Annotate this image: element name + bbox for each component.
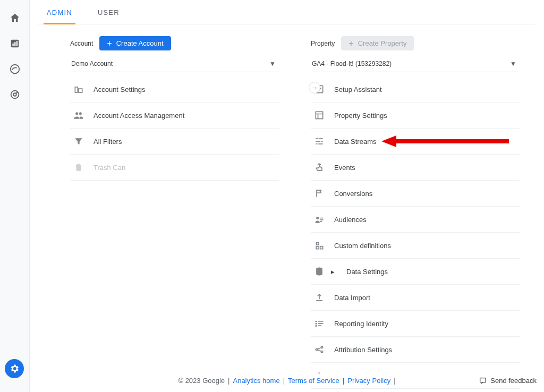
item-label: Account Settings: [94, 86, 146, 93]
svg-rect-10: [316, 112, 322, 118]
item-label: Custom definitions: [334, 242, 391, 250]
identity-icon: [314, 318, 325, 329]
property-column: Property + Create Property GA4 - Flood-I…: [311, 36, 520, 389]
audiences-item[interactable]: Audiences: [311, 207, 520, 233]
reporting-identity-item[interactable]: Reporting Identity: [311, 311, 520, 337]
admin-gear-button[interactable]: [5, 359, 24, 378]
svg-rect-12: [319, 138, 323, 139]
tab-user[interactable]: USER: [95, 0, 123, 24]
caret-down-icon: ▼: [269, 60, 276, 67]
shapes-icon: [314, 240, 325, 251]
feedback-icon: [479, 377, 487, 385]
account-heading: Account: [70, 40, 93, 47]
column-collapse-handle[interactable]: →: [309, 82, 320, 93]
left-nav: [0, 0, 30, 392]
attribution-settings-item[interactable]: Attribution Settings: [311, 337, 520, 363]
svg-point-4: [10, 65, 19, 74]
svg-rect-2: [14, 42, 15, 46]
custom-definitions-item[interactable]: Custom definitions: [311, 233, 520, 259]
item-label: Events: [334, 164, 355, 172]
item-label: All Filters: [94, 138, 122, 146]
filter-icon: [73, 136, 84, 147]
conversions-item[interactable]: Conversions: [311, 181, 520, 207]
explore-icon[interactable]: [8, 63, 21, 75]
svg-point-8: [79, 112, 82, 115]
create-account-button[interactable]: + Create Account: [99, 36, 171, 50]
tab-admin[interactable]: ADMIN: [44, 0, 75, 24]
arrow-right-icon: →: [311, 84, 318, 91]
svg-rect-24: [316, 325, 317, 327]
caret-down-icon: ▼: [510, 60, 516, 67]
svg-rect-11: [316, 138, 318, 139]
account-access-item[interactable]: Account Access Management: [70, 103, 279, 129]
touch-icon: [314, 162, 325, 173]
setup-assistant-item[interactable]: Setup Assistant: [311, 76, 520, 103]
account-selector[interactable]: Demo Account ▼: [70, 58, 279, 72]
svg-rect-27: [318, 325, 322, 326]
database-icon: [314, 266, 325, 277]
svg-rect-3: [16, 41, 17, 46]
reports-icon[interactable]: [8, 37, 21, 50]
svg-rect-25: [318, 321, 324, 322]
account-selected: Demo Account: [71, 60, 113, 67]
trash-icon: [73, 162, 84, 173]
privacy-link[interactable]: Privacy Policy: [347, 377, 390, 385]
svg-rect-15: [316, 143, 317, 144]
create-account-label: Create Account: [116, 39, 164, 47]
svg-rect-22: [316, 321, 317, 322]
item-label: Data Import: [334, 294, 370, 302]
tab-bar: ADMIN USER: [38, 0, 536, 24]
item-label: Property Settings: [334, 112, 387, 120]
data-import-item[interactable]: Data Import: [311, 285, 520, 311]
property-selector[interactable]: GA4 - Flood-It! (153293282) ▼: [311, 58, 520, 72]
property-selected: GA4 - Flood-It! (153293282): [312, 60, 392, 67]
create-property-button: + Create Property: [341, 36, 414, 50]
account-column: Account + Create Account Demo Account ▼ …: [70, 36, 279, 389]
send-feedback-button[interactable]: Send feedback: [479, 377, 537, 385]
item-label: Audiences: [334, 216, 367, 224]
property-settings-item[interactable]: Property Settings: [311, 103, 520, 129]
home-icon[interactable]: [8, 12, 21, 24]
svg-point-7: [75, 112, 78, 115]
all-filters-item[interactable]: All Filters: [70, 129, 279, 155]
svg-rect-34: [480, 378, 486, 382]
svg-rect-1: [12, 44, 13, 46]
chevron-right-icon: ▸: [331, 268, 335, 276]
svg-point-17: [316, 217, 319, 219]
svg-point-18: [316, 242, 319, 245]
copyright: © 2023 Google: [178, 377, 225, 385]
advertising-icon[interactable]: [8, 88, 21, 101]
analytics-home-link[interactable]: Analytics home: [233, 377, 279, 385]
svg-rect-19: [316, 246, 319, 249]
flag-icon: [314, 188, 325, 199]
trash-can-item: Trash Can: [70, 155, 279, 181]
data-settings-item[interactable]: ▸ Data Settings: [311, 259, 520, 285]
svg-rect-23: [316, 323, 317, 325]
main-panel: ADMIN USER Account + Create Account Demo…: [30, 0, 544, 392]
feedback-label: Send feedback: [490, 377, 537, 385]
item-label: Conversions: [334, 190, 372, 198]
svg-point-29: [321, 346, 322, 348]
item-label: Setup Assistant: [334, 86, 382, 93]
building-icon: [73, 84, 84, 95]
svg-rect-20: [320, 246, 323, 249]
events-item[interactable]: Events: [311, 155, 520, 181]
footer: © 2023 Google | Analytics home | Terms o…: [30, 373, 544, 388]
layout-icon: [314, 110, 325, 121]
svg-point-30: [321, 351, 322, 353]
svg-rect-13: [316, 141, 320, 142]
account-settings-item[interactable]: Account Settings: [70, 76, 279, 103]
item-label: Reporting Identity: [334, 320, 388, 328]
people-icon: [73, 110, 84, 121]
svg-rect-26: [318, 323, 324, 324]
svg-rect-14: [321, 141, 322, 142]
upload-icon: [314, 292, 325, 303]
svg-rect-16: [318, 143, 322, 144]
attribution-icon: [314, 344, 325, 355]
svg-point-28: [316, 348, 317, 350]
tos-link[interactable]: Terms of Service: [288, 377, 339, 385]
item-label: Data Settings: [346, 268, 388, 276]
item-label: Attribution Settings: [334, 346, 392, 354]
streams-icon: [314, 136, 325, 147]
data-streams-item[interactable]: Data Streams: [311, 129, 520, 155]
